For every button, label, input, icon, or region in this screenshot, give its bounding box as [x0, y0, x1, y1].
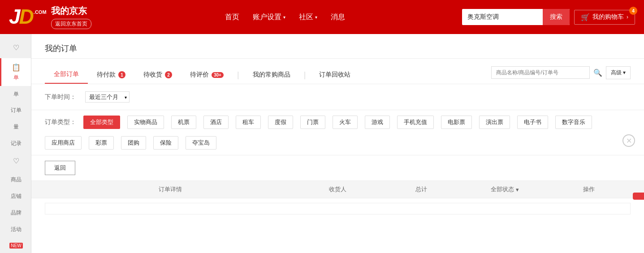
table-col-action: 操作 [547, 185, 631, 193]
type-btn-insurance[interactable]: 保险 [153, 136, 178, 150]
new-badge: NEW [9, 243, 22, 249]
cart-button[interactable]: 🛒 我的购物车 4 › [574, 10, 635, 25]
logo-jd: JD .COM [9, 8, 47, 26]
type-btn-physical[interactable]: 实物商品 [127, 116, 164, 129]
type-btn-music[interactable]: 数字音乐 [555, 116, 592, 129]
header: JD .COM 我的京东 返回京东首页 首页 账户设置 ▾ 社区 ▾ 消息 [0, 0, 644, 34]
type-btn-treasure[interactable]: 夺宝岛 [186, 136, 216, 150]
tab-frequent-label: 我的常购商品 [253, 71, 290, 79]
sidebar-item-activity[interactable]: 活动 [0, 221, 31, 238]
order-type-label: 订单类型： [45, 118, 76, 126]
sidebar-quantity-label: 量 [13, 124, 19, 130]
advanced-search-button[interactable]: 高级 ▾ [606, 66, 631, 79]
order-table-header: 订单详情 收货人 总计 全部状态 ▾ 操作 [31, 181, 644, 198]
tab-search-area: 🔍 高级 ▾ [491, 66, 631, 84]
sidebar-item-goods[interactable]: 商品 [0, 172, 31, 188]
heart-icon: ♡ [5, 43, 27, 53]
sidebar-brand-label: 品牌 [11, 210, 22, 216]
tab-all-label: 全部订单 [54, 70, 79, 78]
sidebar-history-label: 记录 [11, 140, 22, 146]
advanced-chevron-icon: ▾ [623, 69, 626, 76]
nav-home[interactable]: 首页 [225, 13, 239, 22]
table-col-total: 总计 [380, 185, 463, 193]
tab-pending-receipt[interactable]: 待收货 2 [134, 66, 181, 83]
sidebar-item-quantity[interactable]: 量 [0, 119, 31, 135]
order-row [45, 203, 631, 214]
time-filter-label: 下单时间： [45, 93, 76, 101]
order-tabs: 全部订单 待付款 1 待收货 2 待评价 30+ | 我的常购商品 | 订单回收… [31, 59, 644, 84]
sidebar: ♡ 📋 单 单 订单 量 记录 ♡ 商品 店铺 品牌 活动 [0, 34, 31, 253]
type-btn-appstore[interactable]: 应用商店 [45, 136, 82, 150]
sidebar-item-order3[interactable]: 订单 [0, 102, 31, 119]
type-btn-hotel[interactable]: 酒店 [203, 116, 229, 129]
sidebar-orders-label: 单 [13, 74, 19, 81]
order-search-button[interactable]: 🔍 [593, 69, 602, 77]
nav-community[interactable]: 社区 ▾ [299, 13, 317, 22]
type-btn-train[interactable]: 火车 [333, 116, 358, 129]
tab-pending-review-badge: 30+ [212, 72, 224, 78]
search-input[interactable] [462, 13, 543, 21]
table-col-status[interactable]: 全部状态 ▾ [463, 185, 547, 193]
nav-community-chevron: ▾ [315, 15, 317, 20]
cart-badge: 4 [629, 7, 637, 15]
tab-all-orders[interactable]: 全部订单 [45, 66, 88, 84]
tab-pending-payment[interactable]: 待付款 1 [88, 66, 134, 83]
logo-area: JD .COM 我的京东 返回京东首页 [9, 5, 108, 29]
cart-label: 我的购物车 [592, 13, 624, 21]
type-btn-ticket[interactable]: 门票 [300, 116, 325, 129]
sidebar-item-order2[interactable]: 单 [0, 86, 31, 103]
sidebar-item-history[interactable]: 记录 [0, 135, 31, 152]
tab-recycle-label: 订单回收站 [319, 71, 350, 79]
type-btn-car[interactable]: 租车 [236, 116, 261, 129]
type-btn-show[interactable]: 演出票 [479, 116, 510, 129]
type-btn-ebook[interactable]: 电子书 [517, 116, 548, 129]
type-btn-group[interactable]: 团购 [121, 136, 146, 150]
time-filter-area: 下单时间： 最近三个月 最近半年 最近一年 2023年 2022年 2021年 [31, 84, 644, 110]
nav-account[interactable]: 账户设置 ▾ [253, 13, 285, 22]
return-to-jd-button[interactable]: 返回京东首页 [51, 19, 91, 29]
tab-frequent-items[interactable]: 我的常购商品 [244, 66, 299, 83]
tab-pending-review[interactable]: 待评价 30+ [181, 66, 233, 83]
sidebar-store-label: 店铺 [11, 193, 22, 199]
return-button[interactable]: 返回 [45, 161, 75, 175]
type-btn-phone[interactable]: 手机充值 [397, 116, 434, 129]
table-status-label: 全部状态 [491, 185, 514, 193]
sidebar-order3-label: 订单 [11, 107, 22, 113]
type-btn-all[interactable]: 全部类型 [83, 116, 120, 129]
search-button[interactable]: 搜索 [543, 9, 570, 25]
tab-pending-receipt-label: 待收货 [143, 71, 162, 79]
close-icon: ✕ [626, 137, 632, 145]
close-circle-button[interactable]: ✕ [622, 134, 635, 147]
time-filter-select[interactable]: 最近三个月 最近半年 最近一年 2023年 2022年 2021年 [85, 91, 130, 103]
type-btn-vacation[interactable]: 度假 [268, 116, 293, 129]
orders-icon: 📋 [5, 63, 27, 73]
page-title: 我的订单 [45, 43, 631, 54]
sidebar-item-brand[interactable]: 品牌 [0, 205, 31, 221]
sidebar-item-orders[interactable]: 📋 单 [0, 58, 31, 86]
cart-icon: 🛒 [581, 13, 590, 21]
nav-account-chevron: ▾ [283, 15, 285, 20]
tab-recycle[interactable]: 订单回收站 [310, 66, 359, 83]
sidebar-item-favorites[interactable]: ♡ [0, 39, 31, 58]
tab-pending-payment-badge: 1 [118, 71, 125, 78]
order-search-input[interactable] [491, 66, 590, 79]
sidebar-item-new[interactable]: NEW [0, 237, 31, 253]
heart2-icon: ♡ [5, 156, 27, 166]
table-col-receiver: 收货人 [296, 185, 380, 193]
type-btn-flight[interactable]: 机票 [171, 116, 196, 129]
main-content: 我的订单 全部订单 待付款 1 待收货 2 待评价 30+ | 我的常购商品 [31, 34, 644, 253]
sidebar-goods-label: 商品 [11, 176, 22, 183]
tab-pending-receipt-badge: 2 [165, 71, 172, 78]
tab-separator2: | [299, 70, 311, 80]
type-btn-movie[interactable]: 电影票 [441, 116, 472, 129]
type-btn-lottery[interactable]: 彩票 [89, 136, 114, 150]
page-layout: ♡ 📋 单 单 订单 量 记录 ♡ 商品 店铺 品牌 活动 [0, 34, 644, 253]
type-btn-game[interactable]: 游戏 [365, 116, 390, 129]
sidebar-item-store[interactable]: 店铺 [0, 188, 31, 205]
main-nav: 首页 账户设置 ▾ 社区 ▾ 消息 [108, 13, 462, 22]
page-title-area: 我的订单 [31, 34, 644, 59]
sidebar-item-heart2[interactable]: ♡ [0, 152, 31, 172]
nav-messages[interactable]: 消息 [331, 13, 345, 22]
header-right: 搜索 🛒 我的购物车 4 › [462, 9, 635, 25]
jd-side-button[interactable]: 京 [633, 193, 644, 200]
